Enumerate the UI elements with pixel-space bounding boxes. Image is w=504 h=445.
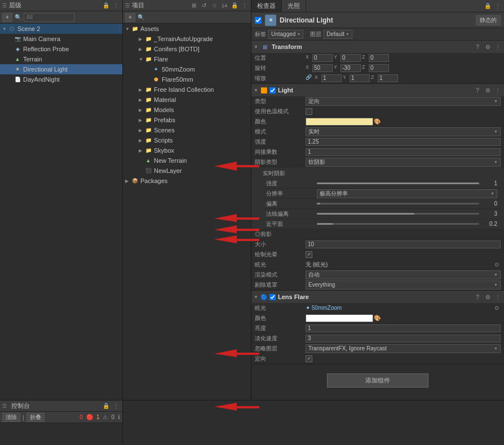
static-button[interactable]: 静态的 [476, 15, 501, 25]
pos-y-input[interactable] [341, 54, 361, 62]
intensity-input[interactable] [306, 138, 501, 146]
lens-flare-header[interactable]: ▼ 🔵 Lens Flare ? ⚙ ⋮ [251, 291, 504, 303]
light-enabled-checkbox[interactable] [269, 87, 276, 94]
light-type-dropdown[interactable]: 定向 [306, 97, 501, 106]
project-icon3[interactable]: ☆ [210, 2, 218, 10]
project-item-conifers[interactable]: ▶ 📁 Conifers [BOTD] [123, 44, 251, 54]
transform-settings-icon[interactable]: ⚙ [484, 43, 492, 51]
lens-flare-enabled-checkbox[interactable] [269, 294, 276, 300]
tab-lighting[interactable]: 光照 [282, 0, 306, 12]
transform-header[interactable]: ▼ ⊞ Transform ? ⚙ ⋮ [251, 41, 504, 53]
lf-color-picker-icon[interactable]: 🎨 [373, 314, 381, 322]
lens-flare-settings-icon[interactable]: ⚙ [484, 293, 492, 301]
shadow-type-row: 阴影类型 软阴影 [251, 157, 504, 167]
near-plane-slider: 0.2 [317, 221, 497, 227]
project-menu-icon[interactable]: ⋮ [241, 2, 249, 10]
lf-ignore-layers-dropdown[interactable]: TransparentFX, Ignore Raycast [306, 344, 501, 353]
inspector-lock-icon[interactable]: 🔒 [484, 2, 492, 10]
light-settings-icon[interactable]: ⚙ [484, 86, 492, 94]
transform-menu-icon[interactable]: ⋮ [494, 43, 502, 51]
light-help-icon[interactable]: ? [474, 86, 481, 94]
console-collapse-btn[interactable]: 折叠 [26, 413, 45, 422]
rot-z-input[interactable] [369, 64, 389, 72]
light-mode-dropdown[interactable]: 实时 [306, 127, 501, 136]
lf-ignore-layers-label: 忽略图层 [255, 345, 306, 353]
scale-x-input[interactable] [321, 74, 342, 82]
console-menu-icon[interactable]: ⋮ [112, 402, 120, 410]
bias-bar[interactable] [317, 203, 479, 204]
lf-color-swatch[interactable] [306, 314, 373, 322]
tab-inspector[interactable]: 检查器 [251, 0, 282, 12]
hierarchy-item-terrain[interactable]: ▲ Terrain [0, 54, 122, 64]
flare-pick-icon[interactable]: ⊙ [493, 261, 501, 269]
lf-directional-label: 定向 [255, 355, 306, 363]
size-input[interactable] [306, 241, 501, 248]
scene2-menu[interactable]: ⋮ [117, 26, 122, 32]
color-temp-checkbox[interactable] [306, 108, 312, 115]
hierarchy-item-reflection-probe[interactable]: ◈ Reflection Probe [0, 44, 122, 54]
pos-z-input[interactable] [369, 54, 389, 62]
lens-flare-help-icon[interactable]: ? [474, 293, 481, 301]
light-menu-icon[interactable]: ⋮ [494, 86, 502, 94]
project-item-scripts[interactable]: ▶ 📁 Scripts [123, 135, 251, 145]
hierarchy-lock-icon[interactable]: 🔒 [102, 2, 110, 10]
project-item-terrain-auto[interactable]: ▶ 📁 _TerrainAutoUpgrade [123, 34, 251, 44]
inspector-menu-icon[interactable]: ⋮ [494, 2, 502, 10]
console-clear-btn[interactable]: 清除 [2, 413, 20, 422]
hierarchy-item-scene2[interactable]: ▼ ⬡ Scene 2 ⋮ [0, 24, 122, 34]
light-color-picker-icon[interactable]: 🎨 [373, 118, 381, 126]
light-color-icon: 🟧 [260, 87, 267, 94]
project-item-skybox[interactable]: ▶ 📁 Skybox [123, 145, 251, 155]
project-lock-icon[interactable]: 🔒 [231, 2, 238, 10]
hierarchy-item-daynight[interactable]: 📄 DayAndNight [0, 74, 122, 84]
project-item-scenes[interactable]: ▶ 📁 Scenes [123, 125, 251, 135]
project-icon1[interactable]: ⊞ [190, 2, 198, 10]
rot-x-input[interactable] [312, 64, 333, 72]
hierarchy-menu-icon[interactable]: ⋮ [112, 2, 120, 10]
culling-mask-dropdown[interactable]: Everything [306, 281, 501, 290]
hierarchy-search-input[interactable] [24, 13, 74, 22]
rot-y-input[interactable] [341, 64, 361, 72]
lf-brightness-input[interactable] [306, 324, 501, 332]
lens-flare-menu-icon[interactable]: ⋮ [494, 293, 502, 301]
console-lock-icon[interactable]: 🔒 [102, 402, 110, 410]
hierarchy-item-directional-light[interactable]: ☀ Directional Light [0, 64, 122, 74]
scale-z-input[interactable] [378, 74, 398, 82]
layer-dropdown[interactable]: Default [324, 30, 352, 39]
shadow-type-dropdown[interactable]: 软阴影 [306, 158, 501, 167]
light-color-swatch[interactable] [306, 118, 373, 126]
normal-bias-bar[interactable] [317, 213, 479, 215]
bias-label: 偏离 [266, 200, 317, 208]
hierarchy-add-btn[interactable]: + [2, 13, 12, 22]
project-add-btn[interactable]: + [125, 13, 135, 22]
indirect-input[interactable] [306, 148, 501, 156]
project-item-models[interactable]: ▶ 📁 Models [123, 105, 251, 115]
near-plane-bar[interactable] [317, 223, 479, 225]
light-header[interactable]: ▼ 🟧 Light ? ⚙ ⋮ [251, 84, 504, 96]
hierarchy-item-main-camera[interactable]: 📷 Main Camera [0, 34, 122, 44]
draw-halo-checkbox[interactable]: ✓ [306, 251, 312, 258]
lf-directional-checkbox[interactable]: ✓ [306, 355, 312, 362]
project-icon2[interactable]: ↺ [200, 2, 208, 10]
project-item-packages[interactable]: ▶ 📦 Packages [123, 176, 251, 186]
project-item-free-island[interactable]: ▶ 📁 Free Island Collection [123, 84, 251, 95]
shadow-intensity-bar[interactable] [317, 183, 479, 184]
project-item-flare50mm[interactable]: ⬟ Flare50mm [123, 74, 251, 84]
add-component-button[interactable]: 添加组件 [327, 373, 428, 388]
project-item-assets[interactable]: ▼ 📁 Assets [123, 24, 251, 34]
project-item-flare[interactable]: ▼ 📁 Flare [123, 54, 251, 64]
project-item-new-terrain[interactable]: ▲ New Terrain [123, 155, 251, 166]
lf-flare-pick-icon[interactable]: ⊙ [493, 304, 501, 312]
project-item-material[interactable]: ▶ 📁 Material [123, 95, 251, 105]
project-item-prefabs[interactable]: ▶ 📁 Prefabs [123, 115, 251, 125]
transform-help-icon[interactable]: ? [474, 43, 481, 51]
lf-fade-speed-input[interactable] [306, 335, 501, 342]
pos-x-input[interactable] [312, 54, 333, 62]
resolution-dropdown[interactable]: 极高分辨率 [317, 189, 497, 198]
tag-dropdown[interactable]: Untagged [268, 30, 303, 39]
render-mode-dropdown[interactable]: 自动 [306, 270, 501, 279]
project-item-new-layer[interactable]: ⬛ NewLayer [123, 166, 251, 176]
object-enabled-checkbox[interactable] [255, 17, 262, 24]
project-item-50mmzoom[interactable]: ✦ 50mmZoom [123, 64, 251, 74]
scale-y-input[interactable] [350, 74, 370, 82]
